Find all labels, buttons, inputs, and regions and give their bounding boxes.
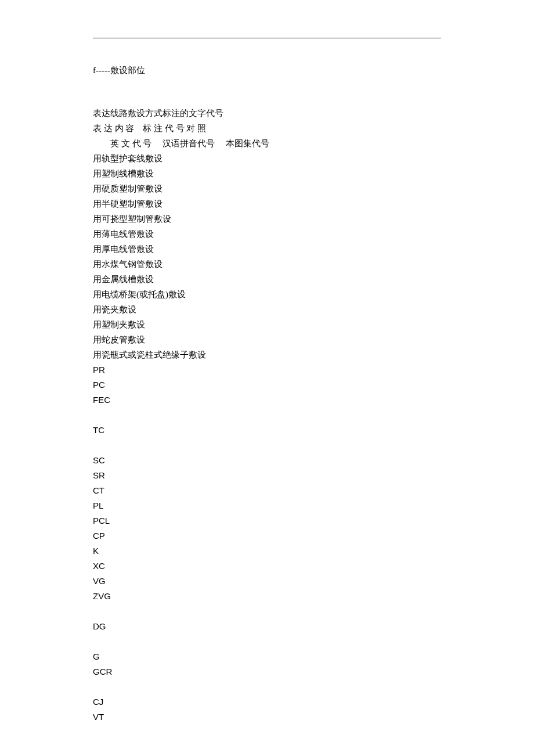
method-item: 用瓷夹敷设 <box>93 302 441 317</box>
code-item: CP <box>93 528 441 543</box>
code-item: G <box>93 649 441 664</box>
code-item: PL <box>93 498 441 513</box>
code-item: SR <box>93 468 441 483</box>
section-title: 表达线路敷设方式标注的文字代号 <box>93 106 441 121</box>
page-divider <box>93 38 441 38</box>
code-item: CJ <box>93 694 441 710</box>
method-item: 用厚电线管敷设 <box>93 242 441 257</box>
code-item: GCR <box>93 664 441 679</box>
code-item: SC <box>93 453 441 468</box>
code-item: PC <box>93 377 441 393</box>
method-item: 用金属线槽敷设 <box>93 272 441 287</box>
method-item: 用硬质塑制管敷设 <box>93 181 441 196</box>
method-item: 用塑制线槽敷设 <box>93 166 441 181</box>
code-item: FEC <box>93 393 441 408</box>
table-header-row1: 表 达 内 容 标 注 代 号 对 照 <box>93 121 441 136</box>
spacer <box>93 408 441 423</box>
code-item: K <box>93 543 441 559</box>
header-note: f-----敷设部位 <box>93 63 441 78</box>
method-item: 用电缆桥架(或托盘)敷设 <box>93 287 441 302</box>
spacer <box>93 679 441 694</box>
method-item: 用水煤气钢管敷设 <box>93 257 441 272</box>
method-item: 用瓷瓶式或瓷柱式绝缘子敷设 <box>93 347 441 362</box>
code-item: PR <box>93 362 441 377</box>
method-item: 用蛇皮管敷设 <box>93 332 441 347</box>
code-item: VG <box>93 574 441 589</box>
method-item: 用可挠型塑制管敷设 <box>93 211 441 226</box>
spacer <box>93 438 441 453</box>
method-item: 用轨型护套线敷设 <box>93 151 441 166</box>
document-page: f-----敷设部位 表达线路敷设方式标注的文字代号 表 达 内 容 标 注 代… <box>0 0 534 756</box>
code-item: ZVG <box>93 589 441 604</box>
method-item: 用半硬塑制管敷设 <box>93 196 441 211</box>
table-header-row2: 英 文 代 号 汉语拼音代号 本图集代号 <box>93 136 441 151</box>
code-item: PCL <box>93 513 441 528</box>
spacer <box>93 78 441 106</box>
code-item: CT <box>93 483 441 498</box>
code-item: DG <box>93 619 441 634</box>
spacer <box>93 634 441 649</box>
code-item: XC <box>93 559 441 574</box>
method-item: 用塑制夹敷设 <box>93 317 441 332</box>
code-item: VT <box>93 710 441 725</box>
code-item: TC <box>93 423 441 438</box>
spacer <box>93 604 441 619</box>
method-item: 用薄电线管敷设 <box>93 226 441 242</box>
